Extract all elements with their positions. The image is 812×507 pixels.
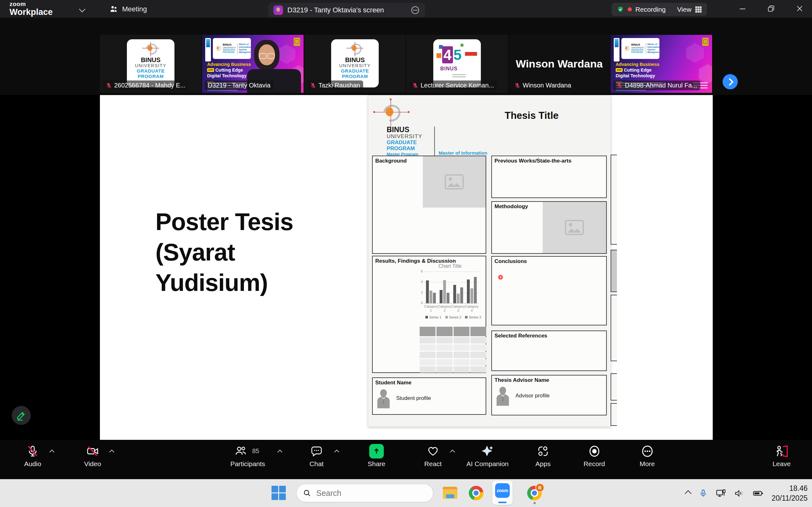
more-button[interactable]: More — [623, 440, 672, 479]
start-button[interactable] — [271, 486, 286, 500]
participant-name-pill: 2602566784 - Mahdy E... — [102, 80, 189, 90]
banner-text: Advancing Business withCutting Edge Digi… — [616, 61, 659, 82]
logo-45-5: 5 — [454, 47, 462, 63]
share-screen-icon — [369, 444, 384, 458]
chrome-profile-icon[interactable]: B — [527, 486, 542, 500]
muted-mic-icon — [310, 82, 316, 89]
heart-icon — [426, 445, 439, 458]
annotate-button[interactable] — [12, 406, 31, 425]
zoom-app-icon: zoom — [495, 483, 510, 498]
react-button[interactable]: React — [408, 440, 458, 479]
gallery-next-page-button[interactable] — [722, 74, 738, 89]
workspace-chevron-down-icon[interactable] — [79, 6, 85, 12]
tab-meeting[interactable]: Meeting — [109, 4, 147, 14]
participants-options-chevron[interactable] — [278, 449, 282, 455]
legend-swatch — [465, 316, 467, 319]
section-references-label: Selected References — [495, 333, 547, 339]
chat-label: Chat — [310, 460, 323, 468]
logo-45-4: 4 — [442, 46, 453, 63]
react-label: React — [424, 460, 442, 468]
video-options-chevron[interactable] — [110, 449, 113, 455]
recording-label[interactable]: Recording — [635, 6, 666, 13]
participant-name: Tazki Raushan — [318, 82, 360, 89]
shared-screen-stage: Poster Tesis (Syarat Yudisium) BINUS UNI… — [0, 95, 812, 440]
binus-l1: BINUS — [127, 56, 174, 63]
section-methodology-label: Methodology — [495, 204, 528, 210]
chart-bar-group — [467, 272, 477, 303]
audio-label: Audio — [24, 460, 41, 468]
legend-item: Series 1 — [425, 315, 442, 319]
restore-button[interactable] — [767, 4, 775, 13]
view-grid-icon[interactable] — [695, 6, 702, 13]
mini-prog1: Master of Information — [647, 43, 661, 49]
participant-tile-winson[interactable]: Winson Wardana Winson Wardana — [508, 35, 610, 93]
table-header-cell — [470, 327, 486, 336]
muted-mic-icon — [616, 82, 623, 89]
banner-line3: Digital Technology — [207, 73, 251, 78]
participant-name: Winson Wardana — [523, 82, 571, 89]
chart-bar — [426, 280, 429, 303]
apps-button[interactable]: Apps — [519, 440, 567, 479]
video-button[interactable]: Video — [69, 440, 116, 479]
brand-bottom: Workplace — [9, 8, 53, 16]
clock-time: 18.46 — [772, 484, 808, 493]
ai-companion-sparkle-icon — [481, 445, 494, 458]
chart-x-label: Category 4 — [465, 304, 478, 313]
participant-tile-ahmad[interactable]: BINUS UNIVERSITY GRADUATE PROGRAM Master… — [611, 35, 712, 93]
legend-item: Series 2 — [445, 315, 461, 319]
legend-swatch — [445, 316, 448, 319]
tab-shared-screen[interactable]: D3219 - Tanty Oktavia's screen — [268, 3, 425, 17]
participant-tile-tazki[interactable]: BINUS UNIVERSITY GRADUATE PROGRAM Tazki … — [304, 35, 406, 93]
taskbar-search[interactable] — [296, 484, 433, 502]
student-profile-label: Student profile — [396, 395, 431, 401]
chat-options-chevron[interactable] — [335, 449, 339, 455]
table-cell — [454, 344, 469, 351]
video-gallery-strip: BINUS UNIVERSITY GRADUATE PROGRAM 260256… — [0, 18, 812, 95]
react-options-chevron[interactable] — [451, 449, 454, 455]
zoom-workplace-logo: zoom Workplace — [9, 1, 53, 16]
participant-tile-tanty-active-speaker[interactable]: BINUS UNIVERSITY GRADUATE PROGRAM Master… — [202, 35, 304, 93]
poster-logo-l4: PROGRAM — [387, 146, 422, 152]
poster-logo-l3: GRADUATE — [387, 140, 422, 146]
taskbar-clock[interactable]: 18.46 20/11/2025 — [772, 484, 808, 503]
chrome-icon[interactable] — [469, 486, 484, 500]
chat-button[interactable]: Chat — [291, 440, 342, 479]
minimize-button[interactable] — [739, 4, 747, 13]
tray-volume-icon[interactable] — [734, 489, 745, 498]
chart-bar-group — [426, 272, 436, 303]
chart-ytick: 6 — [417, 269, 423, 273]
participants-button[interactable]: 85 Participants — [219, 440, 276, 479]
leave-button[interactable]: Leave — [758, 440, 805, 479]
chart-bar — [433, 293, 436, 303]
participant-tile-mahdy[interactable]: BINUS UNIVERSITY GRADUATE PROGRAM 260256… — [100, 35, 201, 93]
leave-door-icon — [774, 445, 789, 458]
view-label[interactable]: View — [677, 6, 692, 13]
participant-name-pill: D3219 - Tanty Oktavia — [205, 80, 274, 90]
participant-tile-lecturer-service[interactable]: 45 BINUS Lecturer Service Keman... — [406, 35, 508, 93]
tab-more-icon[interactable] — [410, 5, 420, 15]
zoom-app-taskbar-icon[interactable]: zoom — [492, 481, 513, 505]
close-button[interactable] — [796, 4, 804, 13]
record-button[interactable]: Record — [570, 440, 619, 479]
chart-ytick: 4 — [417, 280, 423, 284]
tray-mic-icon[interactable] — [699, 489, 708, 498]
share-button[interactable]: Share — [351, 440, 402, 479]
tray-display-icon[interactable] — [716, 489, 726, 498]
ai-companion-button[interactable]: AI Companion — [459, 440, 516, 479]
mini-l2: UNIVERSITY — [631, 47, 645, 49]
search-input[interactable] — [316, 488, 412, 498]
tray-battery-icon[interactable] — [753, 489, 763, 498]
audio-button[interactable]: Audio — [9, 440, 56, 479]
audio-options-chevron[interactable] — [50, 449, 54, 455]
chart-plot: 6420 — [424, 272, 478, 303]
file-explorer-icon[interactable] — [443, 486, 457, 500]
zoom-meeting-window: zoom Workplace Meeting D3219 - Tanty Okt… — [0, 0, 812, 507]
banner-line1: Advancing Business — [207, 61, 251, 67]
hidden-icons-chevron[interactable] — [684, 490, 691, 497]
chart-bar — [440, 290, 443, 303]
security-shield-icon[interactable] — [617, 6, 624, 13]
camera-muted-icon — [86, 445, 99, 458]
chart-bar — [429, 291, 432, 303]
poster-logo-l2: UNIVERSITY — [387, 134, 422, 140]
mini-l4: PROGRAM — [631, 51, 645, 53]
